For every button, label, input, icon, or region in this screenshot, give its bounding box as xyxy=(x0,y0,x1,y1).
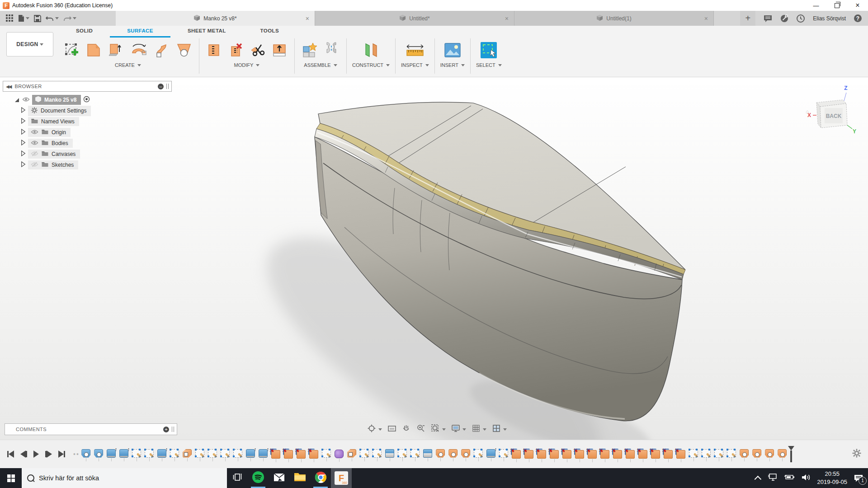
timeline-feature-delete-face[interactable] xyxy=(297,449,306,462)
browser-item-label[interactable]: Named Views xyxy=(28,117,79,126)
construct-plane-button[interactable] xyxy=(360,40,382,61)
patch-button[interactable] xyxy=(84,40,103,61)
select-window-button[interactable] xyxy=(479,40,498,61)
taskbar-search-box[interactable]: Skriv här för att söka xyxy=(22,468,227,488)
look-at-button[interactable] xyxy=(386,423,398,436)
timeline-feature-delete-face[interactable] xyxy=(537,449,547,462)
stitch-button[interactable] xyxy=(205,40,224,61)
step-back-button[interactable] xyxy=(20,450,27,458)
timeline-feature-delete-face[interactable] xyxy=(588,449,597,462)
timeline-feature-delete-face[interactable] xyxy=(626,449,635,462)
visibility-eye-icon[interactable] xyxy=(22,96,30,104)
taskbar-app-fusion-360[interactable]: F360 xyxy=(331,468,352,488)
group-modify-label[interactable]: MODIFY xyxy=(234,62,260,68)
collapse-arrow-icon[interactable] xyxy=(15,98,19,102)
visibility-eye-off-icon[interactable] xyxy=(31,151,38,158)
panel-grip[interactable] xyxy=(166,84,169,89)
timeline-feature-mirror-orange[interactable] xyxy=(183,449,192,461)
timeline-feature-delete-face[interactable] xyxy=(524,449,534,462)
clock[interactable]: 20:55 2019-09-05 xyxy=(817,470,848,486)
timeline-feature-loft-blue[interactable] xyxy=(81,449,91,461)
timeline-feature-delete-face[interactable] xyxy=(550,449,559,462)
timeline-feature-loft-orange[interactable] xyxy=(752,449,762,461)
tab-close-icon[interactable]: × xyxy=(306,15,309,22)
timeline-feature-loft-blue[interactable] xyxy=(94,449,104,461)
timeline-feature-offset-blue[interactable] xyxy=(423,449,433,461)
user-name[interactable]: Elias Sörqvist xyxy=(813,15,846,22)
browser-item-label[interactable]: Origin xyxy=(28,128,71,137)
workspace-switcher[interactable]: DESIGN xyxy=(6,32,53,56)
expand-arrow-icon[interactable] xyxy=(21,117,26,126)
timeline-feature-sketch[interactable] xyxy=(373,449,382,461)
joint-button[interactable] xyxy=(322,40,341,61)
timeline-feature-sketch[interactable] xyxy=(233,449,243,461)
unstitch-button[interactable] xyxy=(226,40,245,61)
group-inspect-label[interactable]: INSPECT xyxy=(401,62,429,68)
insert-canvas-button[interactable] xyxy=(443,40,462,61)
browser-item-label[interactable]: Canvases xyxy=(28,150,80,159)
browser-item-label[interactable]: Document Settings xyxy=(28,106,91,116)
timeline-feature-loft-orange[interactable] xyxy=(740,449,749,461)
panel-grip[interactable] xyxy=(172,427,174,432)
play-button[interactable] xyxy=(33,450,39,458)
timeline-feature-sketch[interactable] xyxy=(360,449,369,461)
timeline-settings-gear-icon[interactable] xyxy=(852,448,862,460)
network-icon[interactable] xyxy=(768,473,778,483)
timeline-feature-sketch[interactable] xyxy=(702,449,711,461)
expand-arrow-icon[interactable] xyxy=(21,161,26,169)
timeline-feature-delete-face[interactable] xyxy=(512,449,521,462)
document-tab[interactable]: Untitled*× xyxy=(315,11,514,26)
group-assemble-label[interactable]: ASSEMBLE xyxy=(304,62,337,68)
minimize-button[interactable]: — xyxy=(806,0,826,11)
taskbar-app-task-view[interactable] xyxy=(227,468,248,488)
undo-button[interactable] xyxy=(44,14,60,23)
browser-item-named-views[interactable]: Named Views xyxy=(4,116,172,127)
view-cube[interactable]: ⌂ BACK Z X Y xyxy=(799,84,858,138)
workspace-tab-sheet-metal[interactable]: SHEET METAL xyxy=(170,26,243,38)
trim-button[interactable] xyxy=(248,40,267,61)
volume-icon[interactable] xyxy=(801,474,811,483)
comments-panel-icon[interactable] xyxy=(764,15,772,22)
timeline-feature-sketch[interactable] xyxy=(170,449,179,461)
go-to-start-button[interactable] xyxy=(7,450,14,458)
timeline-feature-delete-face[interactable] xyxy=(651,449,660,462)
browser-root-component[interactable]: Manko 25 v8 xyxy=(4,94,172,105)
go-to-end-button[interactable] xyxy=(58,450,65,458)
display-settings-button[interactable] xyxy=(449,423,468,436)
timeline-feature-loft-orange[interactable] xyxy=(778,449,787,461)
timeline-feature-offset-blue[interactable] xyxy=(385,449,395,461)
notification-clock-icon[interactable] xyxy=(797,14,805,23)
app-launcher-button[interactable] xyxy=(5,14,15,23)
save-button[interactable] xyxy=(33,14,42,23)
timeline-feature-sketch[interactable] xyxy=(221,449,230,461)
panel-plus-icon[interactable]: + xyxy=(163,427,169,432)
timeline-feature-delete-face[interactable] xyxy=(638,449,648,462)
timeline-feature-extrude-blue[interactable] xyxy=(119,449,129,461)
document-tab[interactable]: Manko 25 v8*× xyxy=(116,11,315,26)
browser-item-label[interactable]: Bodies xyxy=(28,139,73,148)
show-hidden-icons-chevron[interactable] xyxy=(754,475,761,483)
timeline-feature-extrude-blue[interactable] xyxy=(107,449,116,461)
zoom-button[interactable] xyxy=(415,423,427,436)
taskbar-app-chrome[interactable] xyxy=(310,468,331,488)
browser-header[interactable]: ◀◀ BROWSER – xyxy=(3,81,172,92)
timeline-feature-delete-face[interactable] xyxy=(664,449,673,462)
redo-button[interactable] xyxy=(62,14,78,23)
action-center-icon[interactable]: 1 xyxy=(854,474,863,483)
visibility-eye-icon[interactable] xyxy=(31,129,38,136)
timeline-feature-sketch[interactable] xyxy=(195,449,205,461)
timeline-feature-extrude-blue[interactable] xyxy=(246,449,255,461)
timeline-feature-loft-orange[interactable] xyxy=(448,449,458,461)
timeline-feature-sketch[interactable] xyxy=(132,449,142,461)
activate-component-radio[interactable] xyxy=(83,96,90,104)
3d-viewport[interactable]: ◀◀ BROWSER – Manko 25 v8Document Setting… xyxy=(0,77,868,440)
restore-button[interactable] xyxy=(826,0,847,11)
group-select-label[interactable]: SELECT xyxy=(476,62,502,68)
sweep-button[interactable] xyxy=(153,40,172,61)
expand-arrow-icon[interactable] xyxy=(21,150,26,158)
timeline-feature-sketch[interactable] xyxy=(727,449,736,461)
expand-arrow-icon[interactable] xyxy=(21,107,26,115)
close-button[interactable]: × xyxy=(847,0,868,11)
browser-item-sketches[interactable]: Sketches xyxy=(4,160,172,170)
timeline-feature-delete-face[interactable] xyxy=(562,449,572,462)
